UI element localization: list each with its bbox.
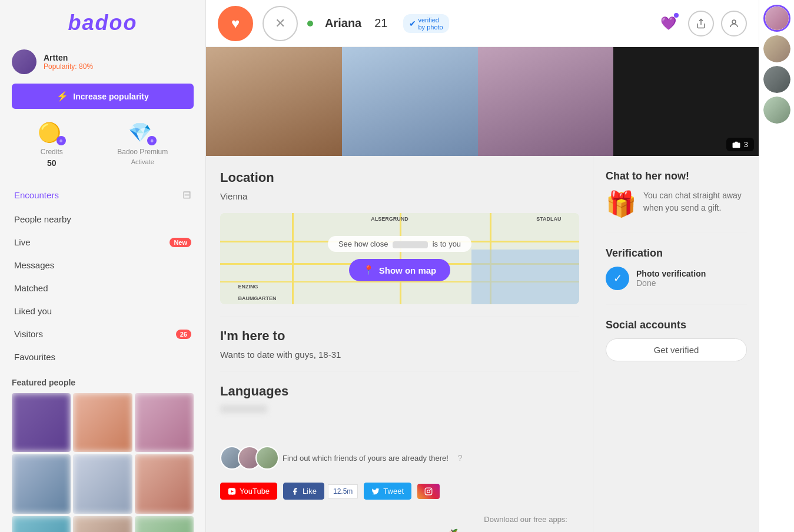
facebook-count: 12.5m [328,484,358,498]
get-verified-button[interactable]: Get verified [606,338,747,361]
profile-main: Location Vienna ALSERGRUND STADLAU [206,156,594,532]
main-content: ♥ ✕ Ariana 21 ✔ verifiedby photo 💜 [206,0,759,532]
list-item[interactable] [12,454,71,513]
friends-avatars [220,446,273,470]
visitors-badge: 26 [176,330,191,339]
credits-label: Credits [41,148,63,156]
right-avatar-4[interactable] [763,97,790,124]
premium-item[interactable]: 💎 + Badoo Premium Activate [117,119,168,168]
messages-label: Messages [14,260,54,270]
sidebar-item-live[interactable]: Live New [0,231,205,254]
favourites-label: Favourites [14,352,55,362]
photos-strip: 3 [206,47,759,156]
profile-name: Ariana [325,16,361,30]
live-new-badge: New [170,238,191,247]
profile-button[interactable] [721,11,747,36]
chat-description: You can chat straight away when you send… [643,189,747,214]
photo-count-badge: 3 [726,138,754,151]
dislike-button[interactable]: ✕ [263,6,298,41]
right-avatar-2[interactable] [763,35,790,62]
premium-heart-icon: 💜 [660,16,676,31]
profile-photo-3[interactable] [478,47,614,156]
section-divider-1 [220,316,579,317]
apple-icon: 🍎 [446,528,460,532]
social-accounts-section: Social accounts Get verified [606,319,747,361]
instagram-button[interactable] [417,484,440,499]
verification-divider [606,304,747,305]
username-label: Artten [44,53,93,62]
credits-item[interactable]: 🟡 + Credits 50 [38,119,66,168]
sidebar-item-favourites[interactable]: Favourites [0,345,205,368]
like-button[interactable]: ♥ [218,6,253,41]
verified-text: verifiedby photo [418,16,443,31]
encounters-label: Encounters [14,190,59,200]
verification-title: Verification [606,247,747,260]
premium-label: Badoo Premium [117,148,168,156]
featured-grid [12,393,194,532]
online-indicator [307,21,313,26]
sidebar-item-liked-you[interactable]: Liked you [0,300,205,322]
list-item[interactable] [12,393,71,452]
show-on-map-button[interactable]: 📍 Show on map [349,259,451,281]
right-avatar-1[interactable] [763,5,790,32]
app-store-button[interactable]: 🍎 App Store [446,528,500,532]
sidebar-item-matched[interactable]: Matched [0,277,205,300]
sidebar-item-encounters[interactable]: Encounters ⊟ [0,182,205,208]
lightning-icon: ⚡ [57,91,68,102]
list-item[interactable] [135,454,194,513]
featured-people-section: Featured people [0,372,205,532]
verification-item-status: Done [636,278,706,288]
list-item[interactable] [12,516,71,532]
chat-section: Chat to her now! 🎁 You can chat straight… [606,170,747,218]
map-container: ALSERGRUND STADLAU ENZING BAUMGARTEN See… [220,213,579,304]
social-accounts-title: Social accounts [606,319,747,331]
premium-heart-button[interactable]: 💜 [655,11,681,36]
profile-photo-1[interactable] [206,47,342,156]
app-logo: badoo [0,0,205,41]
map-blurred-name [393,241,428,248]
friends-question-icon[interactable]: ? [458,453,463,463]
filter-icon[interactable]: ⊟ [182,188,191,201]
verified-check-icon: ✔ [409,19,416,28]
premium-activate-label: Activate [131,158,154,165]
credits-section: 🟡 + Credits 50 💎 + Badoo Premium Activat… [0,117,205,178]
location-title: Location [220,170,579,185]
facebook-button[interactable]: Like [283,483,324,500]
map-pin-icon: 📍 [363,265,374,275]
right-avatar-3[interactable] [763,66,790,93]
languages-blurred-value [220,405,267,413]
chat-divider [606,232,747,233]
profile-body: Location Vienna ALSERGRUND STADLAU [206,156,759,532]
featured-people-title: Featured people [12,378,194,387]
profile-area: 3 Location Vienna [206,47,759,532]
increase-popularity-label: Increase popularity [73,92,148,101]
share-button[interactable] [688,11,714,36]
languages-title: Languages [220,384,579,399]
list-item[interactable] [73,393,132,452]
youtube-button[interactable]: YouTube [220,483,277,500]
map-blur-text: See how close is to you [328,236,471,252]
credits-value: 50 [47,158,57,168]
tweet-button[interactable]: Tweet [364,483,411,500]
social-share: YouTube Like 12.5m Tweet [220,477,579,506]
verification-section: Verification ✓ Photo verification Done [606,247,747,290]
premium-plus-icon: + [147,136,157,145]
gift-icon: 🎁 [606,189,636,218]
profile-photo-2[interactable] [342,47,478,156]
list-item[interactable] [135,393,194,452]
list-item[interactable] [73,454,132,513]
avatar[interactable] [12,49,36,74]
list-item[interactable] [73,516,132,532]
list-item[interactable] [135,516,194,532]
sidebar-item-messages[interactable]: Messages [0,254,205,277]
google-play-button[interactable]: ▶ Google Play [510,528,567,532]
increase-popularity-button[interactable]: ⚡ Increase popularity [12,84,194,109]
verification-check-icon: ✓ [606,267,629,290]
sidebar-item-visitors[interactable]: Visitors 26 [0,322,205,345]
right-strip [759,0,794,532]
google-play-icon: ▶ [510,528,519,532]
download-footer: Download our free apps: 🍎 App Store ▶ Go… [220,506,579,532]
sidebar: badoo Artten Popularity: 80% ⚡ Increase … [0,0,206,532]
download-label: Download our free apps: [232,515,567,524]
sidebar-item-people-nearby[interactable]: People nearby [0,208,205,231]
